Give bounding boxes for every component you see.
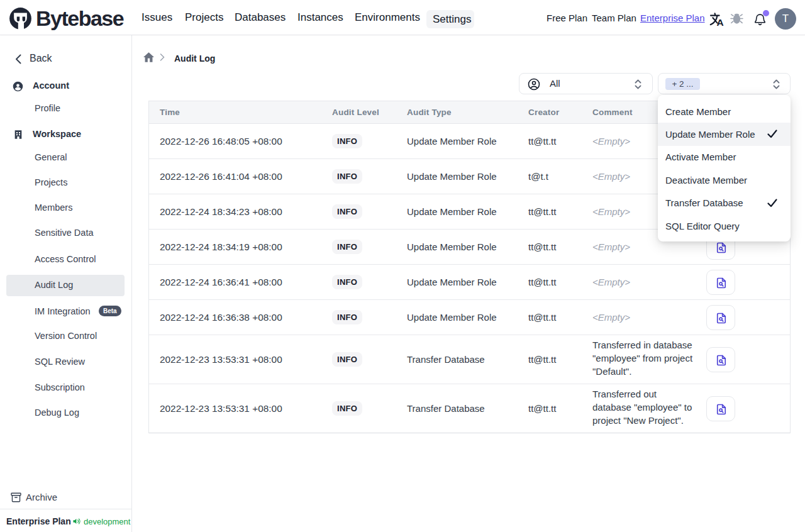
svg-text:A: A (717, 17, 724, 27)
